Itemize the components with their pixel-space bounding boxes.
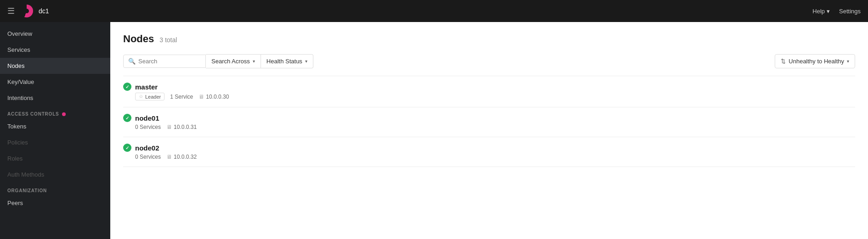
- node-row-master-top: master: [123, 83, 855, 91]
- node-row-node02-top: node02: [123, 144, 855, 152]
- topnav-right: Help ▾ Settings: [812, 8, 861, 15]
- page-title: Nodes: [123, 33, 154, 45]
- page-count: 3 total: [159, 36, 177, 44]
- access-controls-badge: [62, 112, 66, 116]
- server-icon-node02: 🖥: [166, 154, 172, 160]
- sidebar-item-overview[interactable]: Overview: [0, 26, 110, 42]
- node-name-node01: node01: [135, 114, 159, 122]
- help-button[interactable]: Help ▾: [812, 8, 830, 15]
- sidebar-item-peers[interactable]: Peers: [0, 195, 110, 211]
- sidebar-item-nodes[interactable]: Nodes: [0, 58, 110, 74]
- dc-label: dc1: [39, 7, 49, 15]
- ip-addr-node01: 🖥 10.0.0.31: [166, 124, 197, 130]
- leader-label: Leader: [145, 94, 161, 100]
- service-count-master: 1 Service: [170, 94, 193, 100]
- health-dot-node01: [123, 114, 131, 122]
- sidebar-item-policies: Policies: [0, 134, 110, 150]
- sidebar-item-keyvalue[interactable]: Key/Value: [0, 74, 110, 90]
- search-across-chevron-icon: ▾: [253, 59, 255, 64]
- star-icon: ☆: [139, 94, 143, 100]
- node-list: master ☆ Leader 1 Service 🖥 10.0.0.30: [123, 76, 855, 167]
- topnav-left: ☰ dc1: [7, 5, 49, 17]
- main-content: Nodes 3 total 🔍 Search Across ▾ Health S…: [110, 22, 868, 239]
- server-icon-master: 🖥: [199, 94, 204, 100]
- settings-button[interactable]: Settings: [839, 8, 861, 15]
- sidebar-item-services[interactable]: Services: [0, 42, 110, 58]
- chevron-down-icon: ▾: [827, 8, 830, 15]
- search-input[interactable]: [138, 58, 193, 65]
- ip-addr-master: 🖥 10.0.0.30: [199, 94, 229, 100]
- search-box[interactable]: 🔍: [123, 55, 206, 68]
- node-meta-master: ☆ Leader 1 Service 🖥 10.0.0.30: [123, 93, 855, 100]
- health-dot-node02: [123, 144, 131, 152]
- service-count-node01: 0 Services: [135, 124, 161, 130]
- organization-section: ORGANIZATION: [0, 183, 110, 195]
- toolbar: 🔍 Search Across ▾ Health Status ▾ ⇅ Unhe…: [123, 54, 855, 68]
- sort-button[interactable]: ⇅ Unhealthy to Healthy ▾: [775, 54, 855, 68]
- page-header: Nodes 3 total: [123, 33, 855, 45]
- topnav: ☰ dc1 Help ▾ Settings: [0, 0, 868, 22]
- node-name-master: master: [135, 83, 158, 91]
- node-row-node01-top: node01: [123, 114, 855, 122]
- node-meta-node02: 0 Services 🖥 10.0.0.32: [123, 154, 855, 160]
- node-name-node02: node02: [135, 144, 159, 152]
- search-icon: 🔍: [128, 58, 136, 65]
- sidebar-item-intentions[interactable]: Intentions: [0, 90, 110, 106]
- ip-addr-node02: 🖥 10.0.0.32: [166, 154, 197, 160]
- server-icon-node01: 🖥: [166, 124, 172, 130]
- sidebar-item-auth-methods: Auth Methods: [0, 167, 110, 183]
- sidebar: Overview Services Nodes Key/Value Intent…: [0, 22, 110, 239]
- consul-logo: [20, 5, 33, 17]
- node-row-node02[interactable]: node02 0 Services 🖥 10.0.0.32: [123, 137, 855, 167]
- hamburger-icon[interactable]: ☰: [7, 6, 15, 16]
- node-meta-node01: 0 Services 🖥 10.0.0.31: [123, 124, 855, 130]
- layout: Overview Services Nodes Key/Value Intent…: [0, 22, 868, 239]
- sidebar-item-tokens[interactable]: Tokens: [0, 118, 110, 134]
- service-count-node02: 0 Services: [135, 154, 161, 160]
- health-status-button[interactable]: Health Status ▾: [261, 54, 313, 68]
- sort-icon: ⇅: [781, 58, 786, 65]
- sidebar-item-roles: Roles: [0, 150, 110, 167]
- leader-badge: ☆ Leader: [135, 93, 165, 100]
- health-status-chevron-icon: ▾: [305, 59, 307, 64]
- sort-chevron-icon: ▾: [847, 59, 849, 64]
- health-dot-master: [123, 83, 131, 91]
- search-across-button[interactable]: Search Across ▾: [206, 54, 261, 68]
- node-row-master[interactable]: master ☆ Leader 1 Service 🖥 10.0.0.30: [123, 76, 855, 107]
- access-controls-section: ACCESS CONTROLS: [0, 106, 110, 118]
- node-row-node01[interactable]: node01 0 Services 🖥 10.0.0.31: [123, 107, 855, 137]
